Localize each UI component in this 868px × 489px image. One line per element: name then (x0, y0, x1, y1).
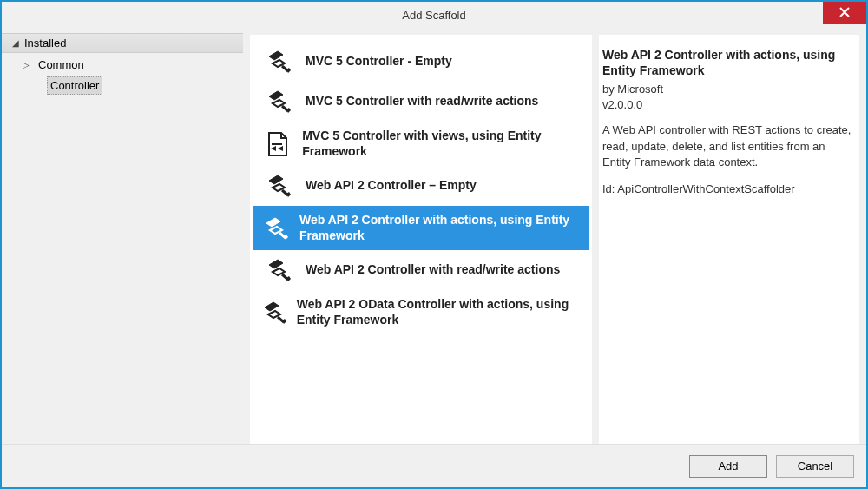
detail-title: Web API 2 Controller with actions, using… (602, 47, 854, 78)
titlebar: Add Scaffold (2, 2, 866, 28)
controller-icon (260, 131, 293, 157)
window-title: Add Scaffold (402, 9, 465, 22)
footer: Add Cancel (2, 444, 866, 487)
content-area: ◢ Installed ▷ Common Controller MVC 5 Co… (2, 28, 866, 444)
template-label: Web API 2 Controller – Empty (306, 178, 477, 194)
controller-icon (260, 216, 291, 241)
sidebar-item-controller[interactable]: Controller (17, 75, 243, 96)
add-button[interactable]: Add (689, 455, 767, 478)
cancel-button[interactable]: Cancel (776, 455, 854, 478)
template-label: Web API 2 Controller with actions, using… (299, 213, 582, 243)
svg-rect-0 (272, 143, 282, 145)
detail-description: A Web API controller with REST actions t… (602, 122, 854, 170)
dialog-window: Add Scaffold ◢ Installed ▷ Common Contro… (0, 0, 868, 489)
close-button[interactable] (823, 2, 866, 24)
tree-children: ▷ Common Controller (2, 53, 243, 96)
detail-author: by Microsoft (602, 82, 854, 97)
sidebar-item-common[interactable]: ▷ Common (17, 55, 243, 75)
controller-icon (260, 174, 297, 198)
sidebar-item-label: Common (35, 56, 88, 73)
template-row[interactable]: Web API 2 Controller – Empty (253, 166, 589, 206)
controller-icon (260, 301, 288, 325)
sidebar: ◢ Installed ▷ Common Controller (2, 28, 243, 444)
template-row[interactable]: Web API 2 OData Controller with actions,… (253, 290, 589, 334)
controller-icon (260, 258, 297, 282)
template-label: Web API 2 OData Controller with actions,… (297, 297, 582, 327)
detail-id: Id: ApiControllerWithContextScaffolder (602, 182, 854, 195)
expand-icon: ▷ (23, 56, 35, 73)
template-list: MVC 5 Controller - Empty MVC 5 Controlle… (250, 35, 592, 444)
template-label: MVC 5 Controller - Empty (306, 54, 452, 69)
template-label: Web API 2 Controller with read/write act… (306, 262, 560, 278)
tree-root-label: Installed (24, 36, 66, 50)
template-row[interactable]: MVC 5 Controller with read/write actions (253, 82, 589, 122)
controller-icon (260, 50, 297, 74)
template-row[interactable]: Web API 2 Controller with actions, using… (253, 206, 589, 250)
template-row[interactable]: MVC 5 Controller with views, using Entit… (253, 122, 589, 166)
template-row[interactable]: MVC 5 Controller - Empty (253, 42, 589, 82)
detail-version: v2.0.0.0 (602, 97, 854, 113)
detail-pane: Web API 2 Controller with actions, using… (599, 35, 859, 444)
sidebar-item-label: Controller (47, 76, 102, 95)
template-label: MVC 5 Controller with views, using Entit… (302, 129, 582, 159)
template-row[interactable]: Web API 2 Controller with read/write act… (253, 250, 589, 290)
close-icon (839, 6, 850, 20)
button-label: Cancel (798, 459, 832, 472)
controller-icon (260, 89, 297, 114)
template-label: MVC 5 Controller with read/write actions (306, 94, 538, 109)
tree-root[interactable]: ◢ Installed (2, 33, 243, 53)
collapse-icon: ◢ (12, 38, 19, 48)
button-label: Add (718, 459, 738, 472)
